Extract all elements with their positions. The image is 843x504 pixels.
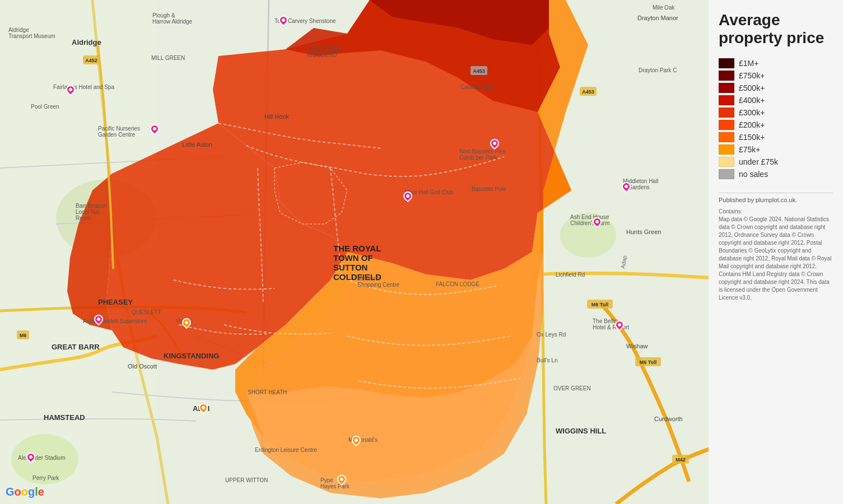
legend-swatch <box>719 58 734 68</box>
legend-swatch <box>719 132 734 142</box>
legend-divider <box>719 193 833 193</box>
legend-label: £300k+ <box>739 108 765 117</box>
legend-item: £150k+ <box>719 132 833 142</box>
legend-item: no sales <box>719 169 833 179</box>
legend-swatch <box>719 144 734 155</box>
legend-item: £300k+ <box>719 108 833 118</box>
svg-text:M6 Toll: M6 Toll <box>640 360 656 365</box>
copyright-text: Contains:Map data © Google 2024. Nationa… <box>719 208 833 302</box>
legend-label: £1M+ <box>739 59 758 68</box>
legend-item: £75k+ <box>719 144 833 155</box>
legend-swatch <box>719 120 734 130</box>
legend-label: £200k+ <box>739 120 765 129</box>
legend-swatch <box>719 108 734 118</box>
legend-label: £500k+ <box>739 83 765 92</box>
legend-swatch <box>719 83 734 93</box>
legend-label: £75k+ <box>739 145 761 154</box>
svg-text:M42: M42 <box>676 457 686 463</box>
legend-item: under £75k <box>719 157 833 167</box>
legend-item: £400k+ <box>719 95 833 105</box>
legend-swatch <box>719 169 734 179</box>
svg-point-4 <box>11 434 78 484</box>
legend-label: £750k+ <box>739 71 765 80</box>
legend-title: Average property price <box>719 11 833 47</box>
svg-text:A452: A452 <box>85 58 97 63</box>
legend-panel: Average property price £1M+ £750k+ £500k… <box>709 0 843 504</box>
svg-text:A453: A453 <box>582 89 594 95</box>
legend-item: £1M+ <box>719 58 833 68</box>
published-by: Published by plumplot.co.uk. <box>719 197 833 203</box>
svg-text:M6: M6 <box>20 333 27 338</box>
svg-point-2 <box>560 213 616 258</box>
legend-item: £500k+ <box>719 83 833 93</box>
legend-swatch <box>719 95 734 105</box>
google-logo: Google <box>6 486 44 498</box>
svg-text:M6 Toll: M6 Toll <box>592 302 608 307</box>
legend-label: £150k+ <box>739 133 765 142</box>
legend-label: no sales <box>739 170 768 179</box>
legend-item: £750k+ <box>719 71 833 81</box>
legend-swatch <box>719 71 734 81</box>
legend-item: £200k+ <box>719 120 833 130</box>
legend-items: £1M+ £750k+ £500k+ £400k+ £300k+ £200k+ … <box>719 58 833 179</box>
legend-label: under £75k <box>739 157 778 166</box>
legend-swatch <box>719 157 734 167</box>
legend-label: £400k+ <box>739 96 765 105</box>
svg-text:A453: A453 <box>473 68 485 74</box>
